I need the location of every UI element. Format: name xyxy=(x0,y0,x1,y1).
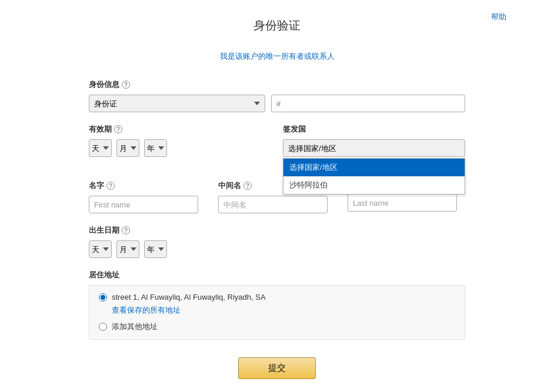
identity-info-icon[interactable]: ? xyxy=(122,81,130,89)
name-info-icon[interactable]: ? xyxy=(106,182,115,190)
expiry-month-select[interactable]: 月 xyxy=(116,139,139,157)
dob-year-select[interactable]: 年 xyxy=(144,240,167,258)
id-row: 身份证 护照 驾照 xyxy=(89,95,465,112)
account-owner-link[interactable]: 我是该账户的唯一所有者或联系人 xyxy=(48,51,506,62)
address-label: 居住地址 xyxy=(89,270,465,280)
expiry-label: 有效期 ? xyxy=(89,124,271,135)
identity-section-label: 身份信息 ? xyxy=(89,79,465,90)
middle-name-input[interactable] xyxy=(218,196,328,213)
name-label: 名字 ? xyxy=(89,180,206,191)
help-link[interactable]: 帮助 xyxy=(491,12,506,22)
country-dropdown-list: 选择国家/地区 沙特阿拉伯 xyxy=(283,158,465,195)
saved-address-row: street 1, Al Fuwayliq, Al Fuwayliq, Riya… xyxy=(99,293,455,301)
dob-info-icon[interactable]: ? xyxy=(122,226,130,234)
form-area: 身份信息 ? 身份证 护照 驾照 有效期 ? 天 xyxy=(89,79,465,379)
middle-name-info-icon[interactable]: ? xyxy=(243,182,252,190)
dob-day-select[interactable]: 天 xyxy=(89,240,112,258)
first-name-input[interactable] xyxy=(89,196,198,213)
page-container: 帮助 身份验证 我是该账户的唯一所有者或联系人 身份信息 ? 身份证 护照 驾照… xyxy=(24,0,530,392)
expiry-section: 有效期 ? 天 月 年 xyxy=(89,124,271,157)
saved-address-radio[interactable] xyxy=(99,293,107,301)
last-name-input[interactable] xyxy=(348,194,457,212)
add-address-label: 添加其他地址 xyxy=(112,321,158,332)
view-addresses-link[interactable]: 查看保存的所有地址 xyxy=(112,305,455,316)
dob-label: 出生日期 ? xyxy=(89,225,465,236)
add-address-radio[interactable] xyxy=(99,323,107,331)
saved-address-text: street 1, Al Fuwayliq, Al Fuwayliq, Riya… xyxy=(112,293,266,301)
expiry-day-select[interactable]: 天 xyxy=(89,139,112,157)
dob-month-select[interactable]: 月 xyxy=(116,240,139,258)
add-address-row: 添加其他地址 xyxy=(99,321,455,332)
id-number-input[interactable] xyxy=(271,95,465,112)
expiry-row: 天 月 年 xyxy=(89,139,271,157)
address-box: street 1, Al Fuwayliq, Al Fuwayliq, Riya… xyxy=(89,285,465,340)
expiry-country-row: 有效期 ? 天 月 年 签发国 xyxy=(89,124,465,169)
issuing-country-wrapper: 选择国家/地区 沙特阿拉伯 选择国家/地区 沙特阿拉伯 xyxy=(283,139,465,157)
submit-button[interactable]: 提交 xyxy=(238,357,316,379)
dob-section: 出生日期 ? 天 月 年 xyxy=(89,225,465,258)
expiry-info-icon[interactable]: ? xyxy=(114,125,122,133)
issuing-country-label: 签发国 xyxy=(283,124,465,135)
submit-section: 提交 xyxy=(89,357,465,379)
dropdown-item-saudi[interactable]: 沙特阿拉伯 xyxy=(283,176,465,194)
issuing-country-select[interactable]: 选择国家/地区 沙特阿拉伯 xyxy=(283,139,465,157)
dropdown-item-default[interactable]: 选择国家/地区 xyxy=(283,159,465,176)
page-title: 身份验证 xyxy=(48,18,506,33)
dob-row: 天 月 年 xyxy=(89,240,465,258)
address-section: 居住地址 street 1, Al Fuwayliq, Al Fuwayliq,… xyxy=(89,270,465,340)
id-type-select[interactable]: 身份证 护照 驾照 xyxy=(89,95,265,112)
issuing-country-section: 签发国 选择国家/地区 沙特阿拉伯 选择国家/地区 沙特阿拉伯 xyxy=(283,124,465,157)
first-name-col: 名字 ? xyxy=(89,180,206,213)
expiry-year-select[interactable]: 年 xyxy=(144,139,167,157)
